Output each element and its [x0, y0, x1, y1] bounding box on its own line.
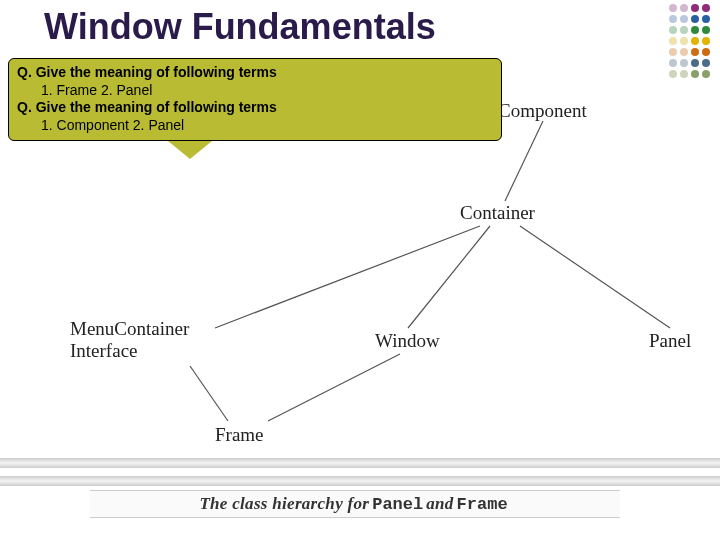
deco-dot [691, 37, 699, 45]
caption-bar: The class hierarchy for Panel and Frame [90, 490, 620, 518]
deco-dot [691, 48, 699, 56]
deco-dot [702, 26, 710, 34]
deco-dot [691, 15, 699, 23]
deco-dot [691, 26, 699, 34]
deco-dot [702, 4, 710, 12]
caption-pre: The class hierarchy for [199, 494, 369, 514]
node-component: Component [498, 100, 587, 122]
page-title: Window Fundamentals [44, 6, 436, 48]
svg-line-4 [190, 366, 228, 421]
callout-q1-items: 1. Frame 2. Panel [17, 82, 493, 100]
deco-dot [702, 15, 710, 23]
deco-dot [680, 26, 688, 34]
node-frame: Frame [215, 424, 264, 446]
caption-kw-frame: Frame [454, 495, 511, 514]
decoration-strip-bottom [0, 476, 720, 486]
deco-dot [680, 37, 688, 45]
svg-line-3 [520, 226, 670, 328]
node-menucontainer-line1: MenuContainer [70, 318, 189, 339]
callout-box: Q. Give the meaning of following terms 1… [8, 58, 502, 141]
svg-line-5 [268, 354, 400, 421]
node-container: Container [460, 202, 535, 224]
deco-dot [702, 37, 710, 45]
callout-q1: Q. Give the meaning of following terms [17, 64, 493, 82]
deco-dot [680, 4, 688, 12]
svg-line-2 [408, 226, 490, 328]
caption-mid: and [426, 494, 453, 514]
deco-dot [669, 26, 677, 34]
caption-kw-panel: Panel [369, 495, 426, 514]
svg-line-0 [505, 121, 543, 201]
deco-dot [702, 48, 710, 56]
deco-dot [669, 37, 677, 45]
node-menucontainer-line2: Interface [70, 340, 138, 361]
deco-dot [669, 15, 677, 23]
node-window: Window [375, 330, 440, 352]
deco-dot [680, 15, 688, 23]
decoration-strip-top [0, 458, 720, 468]
node-menucontainer: MenuContainer Interface [70, 318, 189, 362]
node-panel: Panel [649, 330, 691, 352]
deco-dot [669, 48, 677, 56]
deco-dot [680, 48, 688, 56]
deco-dot [669, 4, 677, 12]
svg-line-1 [215, 226, 480, 328]
deco-dot [691, 4, 699, 12]
callout-q2: Q. Give the meaning of following terms [17, 99, 493, 117]
callout-q2-items: 1. Component 2. Panel [17, 117, 493, 135]
